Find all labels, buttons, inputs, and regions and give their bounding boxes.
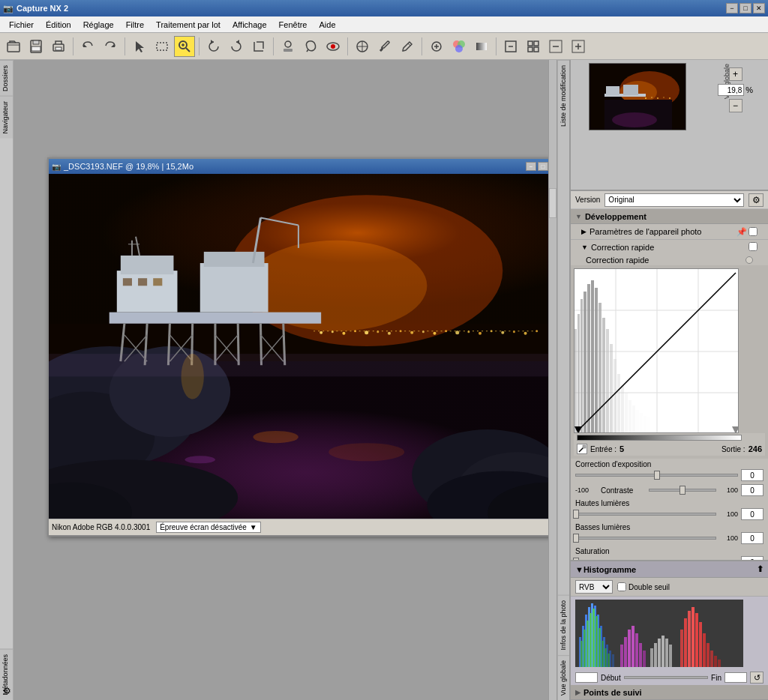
zoom-out-nav-button[interactable]: − xyxy=(729,99,742,112)
correction-rapide-header[interactable]: ▼ Correction rapide xyxy=(571,240,768,255)
saturation-thumb[interactable] xyxy=(573,558,579,560)
svg-rect-169 xyxy=(612,654,614,667)
zoom-tool[interactable] xyxy=(174,36,195,57)
curve-canvas[interactable] xyxy=(574,268,739,433)
fin-label: Fin xyxy=(711,674,722,682)
points-header[interactable]: ▶ Points de suivi xyxy=(571,685,768,700)
rotate-right-button[interactable] xyxy=(226,36,247,57)
hautes-slider-row: Hautes lumières 100 0 xyxy=(571,498,768,522)
contraste-value: 0 xyxy=(741,484,764,496)
settings-button-bottom[interactable]: ⚙ xyxy=(1,685,13,697)
menu-traitement[interactable]: Traitement par lot xyxy=(150,16,226,33)
version-settings-button[interactable]: ⚙ xyxy=(748,193,764,207)
hautes-thumb[interactable] xyxy=(573,510,579,519)
rotate-left-button[interactable] xyxy=(203,36,224,57)
crop2-tool[interactable] xyxy=(523,36,544,57)
histogram-track[interactable] xyxy=(624,676,708,679)
svg-rect-148 xyxy=(636,410,639,433)
brush-tool[interactable] xyxy=(397,36,418,57)
zoom-in-button[interactable]: + xyxy=(729,67,742,81)
double-seuil-checkbox[interactable] xyxy=(617,582,626,591)
stamp-tool[interactable] xyxy=(278,36,298,57)
open-button[interactable] xyxy=(3,36,24,57)
histogram-sliders: Début Fin ↺ xyxy=(571,670,768,685)
menu-fenetre[interactable]: Fenêtre xyxy=(273,16,314,33)
maximize-button[interactable]: □ xyxy=(740,3,752,13)
print-button[interactable] xyxy=(48,36,69,57)
svg-rect-142 xyxy=(614,359,616,433)
proof-mode-selector[interactable]: Épreuve écran désactivée ▼ xyxy=(156,522,261,533)
sidebar-tab-navigateur[interactable]: Navigateur xyxy=(0,96,13,139)
exposition-thumb[interactable] xyxy=(654,471,660,480)
histogram-header[interactable]: ▼ Histogramme ⬆ xyxy=(571,561,768,578)
close-button[interactable]: ✕ xyxy=(753,3,765,13)
add-point-tool[interactable] xyxy=(426,36,447,57)
minimize-button[interactable]: − xyxy=(726,3,738,13)
menu-affichage[interactable]: Affichage xyxy=(226,16,273,33)
developpement-header[interactable]: ▼ Développement xyxy=(571,209,768,224)
lasso-tool[interactable] xyxy=(300,36,321,57)
color-control[interactable] xyxy=(448,36,470,57)
correction-rapide-radio[interactable] xyxy=(746,256,753,264)
svg-point-99 xyxy=(501,331,504,334)
version-select[interactable]: Original xyxy=(604,193,744,207)
parametres-checkbox[interactable] xyxy=(748,227,758,236)
vtab-liste-modification[interactable]: Liste de modification xyxy=(558,60,569,131)
image-window-controls: − □ ✕ xyxy=(526,162,548,171)
toolbar xyxy=(0,33,768,60)
svg-rect-176 xyxy=(598,628,601,667)
zoom-input[interactable] xyxy=(718,84,744,96)
histogram-section: ▼ Histogramme ⬆ RVB Double seuil xyxy=(571,560,768,685)
image-minimize-button[interactable]: − xyxy=(526,162,536,171)
exposition-track[interactable] xyxy=(575,474,738,477)
image-maximize-button[interactable]: □ xyxy=(538,162,548,171)
eyedropper[interactable] xyxy=(374,36,395,57)
toolbar-sep-7 xyxy=(496,37,496,55)
exposition-label: Correction d'exposition xyxy=(575,460,764,468)
info-tool[interactable] xyxy=(500,36,521,57)
sidebar-tab-dossiers[interactable]: Dossiers xyxy=(0,60,13,96)
menu-edition[interactable]: Édition xyxy=(40,16,77,33)
redo-button[interactable] xyxy=(100,36,121,57)
parametres-pin-icon[interactable]: 📌 xyxy=(736,227,747,237)
scrollbar-thumb[interactable] xyxy=(549,188,556,218)
histogram-reset-button[interactable]: ↺ xyxy=(750,672,764,684)
color-picker[interactable] xyxy=(352,36,373,57)
proof-dropdown-icon[interactable]: ▼ xyxy=(250,523,257,531)
io-row: Entrée : 5 Sortie : 246 xyxy=(574,442,765,456)
zoom-out-tool[interactable] xyxy=(545,36,566,57)
basses-thumb[interactable] xyxy=(573,534,579,543)
center-scrollbar[interactable] xyxy=(548,60,557,700)
contraste-track[interactable] xyxy=(649,489,716,492)
menu-filtre[interactable]: Filtre xyxy=(120,16,150,33)
correction-rapide-checkbox[interactable] xyxy=(748,242,758,251)
parametres-header[interactable]: ▶ Paramètres de l'appareil photo 📌 xyxy=(571,224,768,239)
svg-rect-188 xyxy=(654,643,657,667)
selection-tool[interactable] xyxy=(129,36,150,57)
svg-point-102 xyxy=(536,330,538,332)
svg-rect-52 xyxy=(110,313,321,324)
svg-rect-54 xyxy=(121,256,174,274)
svg-rect-191 xyxy=(665,639,668,667)
menu-fichier[interactable]: Fichier xyxy=(3,16,40,33)
marquee-tool[interactable] xyxy=(152,36,172,57)
zoom-fit-tool[interactable] xyxy=(568,36,589,57)
hautes-track[interactable] xyxy=(575,513,716,516)
histogram-export-icon[interactable]: ⬆ xyxy=(757,564,764,574)
menu-reglage[interactable]: Réglage xyxy=(77,16,120,33)
menu-aide[interactable]: Aide xyxy=(313,16,341,33)
crop-button[interactable] xyxy=(248,36,269,57)
svg-rect-146 xyxy=(628,400,632,433)
contraste-thumb[interactable] xyxy=(680,486,686,495)
svg-rect-201 xyxy=(710,651,713,667)
basses-track[interactable] xyxy=(575,537,716,540)
save-button[interactable] xyxy=(26,36,46,57)
undo-button[interactable] xyxy=(77,36,98,57)
vtab-vue-globale[interactable]: Vue globale xyxy=(558,655,569,700)
toolbar-sep-3 xyxy=(199,37,200,55)
svg-point-94 xyxy=(445,330,447,332)
gradient-tool[interactable] xyxy=(471,36,492,57)
redeye-tool[interactable] xyxy=(322,36,344,57)
channel-select[interactable]: RVB xyxy=(575,580,613,594)
vtab-infos-photo[interactable]: Infos de la photo xyxy=(558,595,569,655)
